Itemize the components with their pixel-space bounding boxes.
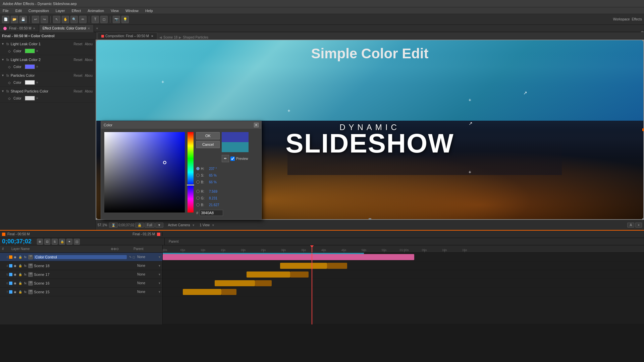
toolbar-redo[interactable]: ↪ — [41, 16, 48, 23]
sat-value[interactable]: 65 % — [209, 174, 217, 177]
layer-fx-1[interactable]: fx — [24, 264, 26, 267]
toolbar-open[interactable]: 📂 — [11, 16, 18, 23]
tab-effect-controls[interactable]: Effect Controls: Color Control ✕ — [39, 25, 94, 32]
layer-row-4[interactable]: 7 ◉ 🔒 fx 🎬 Scene 15 None ▼ — [0, 288, 162, 296]
menu-file[interactable]: File — [1, 9, 10, 13]
toolbar-select[interactable]: ↖ — [53, 16, 60, 23]
close-project-tab[interactable]: ✕ — [33, 27, 36, 30]
tab-comp-final[interactable]: Composition: Final – 00:50 M ✕ — [98, 33, 157, 39]
layer-fx-4[interactable]: fx — [24, 290, 26, 294]
effect-row-light-leak-2[interactable]: ▼ fx Light Leak Color 2 Reset Abou — [0, 56, 95, 63]
view-arrow[interactable]: ▼ — [212, 224, 215, 227]
view-label[interactable]: 1 View — [200, 223, 210, 227]
color-gradient-picker[interactable] — [104, 132, 185, 213]
close-comp-tab[interactable]: ✕ — [151, 35, 154, 38]
expand-shaped-particles[interactable]: ▼ — [1, 89, 5, 93]
tl-btn-2[interactable]: ⊡ — [44, 239, 50, 245]
layer-parent-arrow-2[interactable]: ▼ — [158, 273, 161, 276]
menu-help[interactable]: Help — [144, 9, 154, 13]
tab-project[interactable]: Final - 00:50 M ✕ — [0, 25, 39, 32]
swatch-shaped-particles[interactable] — [25, 96, 35, 101]
swatch-arrow-particles[interactable]: ≡ — [36, 81, 38, 84]
menu-effect[interactable]: Effect — [70, 9, 82, 13]
about-light-leak-2[interactable]: Abou — [85, 58, 93, 62]
layer-row-2[interactable]: 5 ◉ 🔒 fx 🎬 Scene 17 None ▼ — [0, 270, 162, 279]
toolbar-text[interactable]: T — [92, 16, 99, 23]
swatch-particles[interactable] — [25, 80, 35, 85]
layer-vis-0[interactable]: ◉ — [14, 255, 16, 259]
layer-vis-2[interactable]: ◉ — [14, 273, 16, 276]
layer-lock-3[interactable]: 🔒 — [18, 282, 22, 285]
color-dialog-title[interactable]: Color ✕ — [101, 121, 261, 129]
tl-btn-shy[interactable]: ✦ — [66, 239, 72, 245]
color-ok-button[interactable]: OK — [196, 132, 220, 139]
layer-parent-arrow-3[interactable]: ▼ — [158, 282, 161, 285]
layer-mask-0[interactable]: ◻ — [132, 255, 135, 259]
viewer-btn-a[interactable]: A — [627, 223, 634, 228]
viewer-ctrl-1[interactable]: ⌛ — [109, 223, 118, 228]
camera-label[interactable]: Active Camera — [168, 223, 190, 227]
menu-layer[interactable]: Layer — [54, 9, 66, 13]
camera-arrow[interactable]: ▼ — [192, 224, 195, 227]
toolbar-new[interactable]: 📄 — [2, 16, 9, 23]
tl-btn-1[interactable]: ⊕ — [37, 239, 43, 245]
playhead[interactable] — [312, 245, 312, 252]
tl-btn-collapse[interactable]: ◫ — [74, 239, 80, 245]
brightness-value[interactable]: 66 % — [209, 180, 217, 184]
layer-row-1[interactable]: 4 ◉ 🔒 fx 🎬 Scene 18 None ▼ — [0, 261, 162, 270]
expand-particles[interactable]: ▼ — [1, 74, 5, 77]
toolbar-camera[interactable]: 📷 — [113, 16, 120, 23]
hue-radio[interactable] — [196, 167, 200, 170]
menu-edit[interactable]: Edit — [14, 9, 23, 13]
hex-input[interactable] — [200, 210, 223, 216]
layer-vis-1[interactable]: ◉ — [14, 264, 16, 267]
layer-fx-3[interactable]: fx — [24, 282, 26, 285]
layer-parent-arrow-0[interactable]: ▼ — [158, 255, 161, 259]
green-value[interactable]: 8.231 — [209, 196, 217, 200]
swatch-arrow-light-leak-2[interactable]: ≡ — [36, 65, 38, 68]
layer-lock-2[interactable]: 🔒 — [18, 273, 22, 276]
layer-vis-3[interactable]: ◉ — [14, 282, 16, 285]
toolbar-light[interactable]: 💡 — [121, 16, 129, 23]
viewer-ctrl-2[interactable]: 🔒 — [135, 223, 144, 228]
comp-nav-right[interactable]: ▶ — [179, 36, 181, 39]
reset-light-leak-1[interactable]: Reset — [74, 42, 83, 46]
viewer-btn-b[interactable]: + — [635, 223, 642, 228]
blue-radio[interactable] — [196, 203, 200, 206]
menu-animation[interactable]: Animation — [86, 9, 105, 13]
tl-btn-solo[interactable]: S — [52, 239, 58, 245]
about-light-leak-1[interactable]: Abou — [85, 42, 93, 46]
brightness-radio[interactable] — [196, 180, 200, 184]
toolbar-shape[interactable]: ◻ — [100, 16, 108, 23]
menu-composition[interactable]: Composition — [27, 9, 50, 13]
expand-light-leak-2[interactable]: ▼ — [1, 58, 5, 61]
hue-bar[interactable] — [187, 132, 194, 213]
swatch-light-leak-1[interactable] — [25, 49, 35, 53]
red-radio[interactable] — [196, 190, 200, 193]
toolbar-zoom[interactable]: 🔍 — [70, 16, 78, 23]
effect-row-shaped-particles[interactable]: ▼ fx Shaped Particles Color Reset Abou — [0, 87, 95, 95]
layer-parent-arrow-1[interactable]: ▼ — [158, 264, 161, 267]
color-dialog-close[interactable]: ✕ — [254, 123, 259, 127]
eyedropper-button[interactable]: ✒ — [222, 155, 229, 162]
zoom-display[interactable]: 57.1% — [98, 223, 107, 227]
layer-row-0[interactable]: 3 ◉ 🔒 fx 🎬 Color Control ✎ ◻ None ▼ — [0, 253, 162, 261]
hue-value[interactable]: 237 ° — [209, 167, 217, 171]
toolbar-pen[interactable]: ✏ — [79, 16, 87, 23]
comp-nav-left[interactable]: ◀ — [159, 36, 162, 39]
layer-fx-2[interactable]: fx — [24, 273, 26, 276]
close-effect-tab[interactable]: ✕ — [88, 27, 90, 30]
layer-pen-0[interactable]: ✎ — [129, 255, 132, 259]
menu-window[interactable]: Window — [124, 9, 140, 13]
menu-view[interactable]: View — [109, 9, 120, 13]
layer-fx-0[interactable]: fx — [24, 255, 26, 259]
sat-radio[interactable] — [196, 174, 200, 177]
color-cancel-button[interactable]: Cancel — [196, 141, 220, 148]
viewer-ctrl-3[interactable]: Full — [145, 223, 155, 228]
reset-particles[interactable]: Reset — [74, 74, 83, 77]
layer-vis-4[interactable]: ◉ — [14, 290, 16, 294]
toolbar-save[interactable]: 💾 — [19, 16, 27, 23]
layer-parent-arrow-4[interactable]: ▼ — [158, 290, 161, 294]
layer-lock-1[interactable]: 🔒 — [18, 264, 22, 267]
expand-light-leak-1[interactable]: ▼ — [1, 42, 5, 46]
